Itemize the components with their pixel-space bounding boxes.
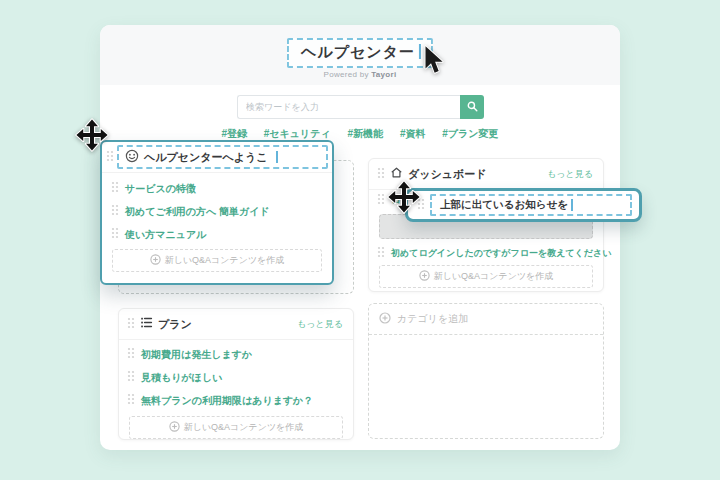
qa-item[interactable]: 無料プランの利用期限はありますか？ <box>127 393 343 408</box>
more-link[interactable]: もっと見る <box>297 318 343 331</box>
category-title-text: ヘルプセンターへようこ <box>144 150 268 165</box>
qa-item-label: 使い方マニュアル <box>125 228 206 241</box>
add-qa-button[interactable]: 新しいQ&Aコンテンツを作成 <box>129 416 343 439</box>
site-title-editor[interactable]: ヘルプセンター <box>287 38 433 68</box>
search-button[interactable] <box>460 95 484 119</box>
category-title-editor[interactable]: ヘルプセンターへようこ <box>117 145 328 169</box>
more-link[interactable]: もっと見る <box>547 168 593 181</box>
category-header: ダッシュボード もっと見る <box>369 159 603 190</box>
drag-handle-icon[interactable] <box>111 181 119 196</box>
plus-circle-icon <box>419 270 430 283</box>
drag-handle-icon[interactable] <box>127 347 135 362</box>
list-icon <box>140 315 153 333</box>
category-header: ヘルプセンターへようこ <box>102 142 332 173</box>
plus-circle-icon <box>169 421 180 434</box>
qa-item-label: 初めてご利用の方へ 簡単ガイド <box>125 205 270 218</box>
drag-handle-icon[interactable] <box>377 193 385 207</box>
tag-link[interactable]: #プラン変更 <box>442 128 498 139</box>
page-header-band: ヘルプセンター Powered by Tayori <box>100 25 620 85</box>
drag-handle-icon[interactable] <box>377 246 385 260</box>
site-title-text: ヘルプセンター <box>301 43 415 60</box>
add-qa-label: 新しいQ&Aコンテンツを作成 <box>434 270 554 283</box>
drag-handle-icon[interactable] <box>377 165 385 183</box>
qa-item-title-text: 上部に出ているお知らせを <box>440 198 568 212</box>
tag-links: #登録 #セキュリティ #新機能 #資料 #プラン変更 <box>100 127 620 141</box>
smiley-icon <box>125 149 139 165</box>
qa-item-label: 初めてログインしたのですがフローを教えてください <box>391 247 611 260</box>
search-input[interactable] <box>237 95 460 119</box>
qa-item-label: 初期費用は発生しますか <box>141 348 252 361</box>
qa-item[interactable]: 初めてご利用の方へ 簡単ガイド <box>111 204 322 219</box>
drag-handle-icon[interactable] <box>417 196 425 214</box>
text-cursor <box>419 44 421 59</box>
category-header: プラン もっと見る <box>119 309 353 340</box>
tag-link[interactable]: #登録 <box>221 128 247 139</box>
search-bar <box>237 95 484 119</box>
qa-item[interactable]: サービスの特徴 <box>111 181 322 196</box>
qa-item[interactable]: 初期費用は発生しますか <box>127 347 343 362</box>
category-card-welcome-dragging[interactable]: ヘルプセンターへようこ サービスの特徴 初めてご利用の方へ 簡単ガイド 使 <box>100 140 334 285</box>
qa-item-partially-hidden[interactable]: ロ <box>377 193 401 207</box>
qa-item-label: 見積もりがほしい <box>141 371 222 384</box>
qa-item[interactable]: 見積もりがほしい <box>127 370 343 385</box>
qa-item-list: サービスの特徴 初めてご利用の方へ 簡単ガイド 使い方マニュアル <box>102 173 332 242</box>
category-card-dashboard: ダッシュボード もっと見る ロ 初めてログインしたのですがフローを教えてください… <box>368 158 604 292</box>
add-qa-button[interactable]: 新しいQ&Aコンテンツを作成 <box>112 249 322 272</box>
home-icon <box>390 165 403 183</box>
search-icon <box>467 100 478 115</box>
add-qa-button[interactable]: 新しいQ&Aコンテンツを作成 <box>379 265 593 288</box>
category-title[interactable]: プラン <box>158 317 192 332</box>
add-category-label: カテゴリを追加 <box>397 312 468 326</box>
brand-name: Tayori <box>371 70 396 79</box>
qa-item[interactable]: 使い方マニュアル <box>111 227 322 242</box>
add-qa-label: 新しいQ&Aコンテンツを作成 <box>184 421 304 434</box>
help-center-page: ヘルプセンター Powered by Tayori #登録 #セキュリティ #新… <box>100 25 620 450</box>
add-qa-label: 新しいQ&Aコンテンツを作成 <box>165 254 285 267</box>
text-cursor <box>276 151 278 163</box>
drag-handle-icon[interactable] <box>111 204 119 219</box>
qa-item-list: 初期費用は発生しますか 見積もりがほしい 無料プランの利用期限はありますか？ <box>119 340 353 408</box>
tag-link[interactable]: #新機能 <box>348 128 384 139</box>
category-card-plan: プラン もっと見る 初期費用は発生しますか 見積もりがほしい 無料プランの利 <box>118 308 354 440</box>
qa-item-title-editor[interactable]: 上部に出ているお知らせを <box>430 194 632 216</box>
text-cursor <box>571 199 573 211</box>
qa-item-label: サービスの特徴 <box>125 182 196 195</box>
qa-item[interactable]: 初めてログインしたのですがフローを教えてください <box>377 246 611 260</box>
qa-item-dragging-editor[interactable]: 上部に出ているお知らせを <box>405 188 642 222</box>
drag-handle-icon[interactable] <box>127 393 135 408</box>
drag-handle-icon[interactable] <box>127 315 135 333</box>
add-category-button[interactable]: カテゴリを追加 <box>369 304 603 335</box>
drag-handle-icon[interactable] <box>127 370 135 385</box>
drag-handle-icon[interactable] <box>106 148 114 166</box>
qa-item-label: ロ <box>391 193 401 207</box>
tag-link[interactable]: #資料 <box>400 128 426 139</box>
add-category-card[interactable]: カテゴリを追加 <box>368 303 604 439</box>
plus-circle-icon <box>150 254 161 267</box>
tag-link[interactable]: #セキュリティ <box>264 128 331 139</box>
drag-handle-icon[interactable] <box>111 227 119 242</box>
powered-by: Powered by Tayori <box>100 70 620 79</box>
qa-item-label: 無料プランの利用期限はありますか？ <box>141 394 313 407</box>
plus-circle-icon <box>379 312 391 326</box>
category-title[interactable]: ダッシュボード <box>408 167 487 182</box>
